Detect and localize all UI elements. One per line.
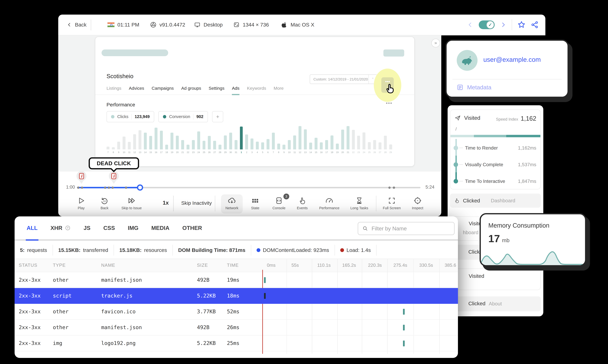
tool-state-button[interactable]: State: [251, 196, 259, 210]
favorite-star-icon[interactable]: [517, 21, 525, 29]
cell-type: other: [53, 324, 69, 330]
chart-label: 9: [283, 151, 285, 154]
network-row[interactable]: 2xx-3xxotherfavicon.ico3.77KB52ms: [14, 304, 458, 320]
timeline-section: 1:00 ii 5:24 1x Skip Inactivity Play10Ba…: [58, 171, 441, 217]
network-row[interactable]: 2xx-3xxothermanifest.json492B19ms: [14, 272, 458, 288]
tool-inspect-button[interactable]: Inspect: [412, 196, 423, 210]
network-row[interactable]: 2xx-3xxothermanifest.json492B26ms: [14, 320, 458, 336]
share-icon[interactable]: [531, 21, 539, 29]
tool-performance-button[interactable]: Performance: [319, 196, 339, 210]
network-tab-css[interactable]: CSS: [103, 216, 116, 239]
chart-bar: [240, 127, 243, 149]
column-header-time[interactable]: TIME: [227, 263, 239, 268]
chart-bar: [106, 147, 109, 149]
network-table-header: STATUSTYPENAMESIZETIME0ms55s110.1s165.2s…: [14, 259, 458, 272]
network-tab-other[interactable]: OTHER: [181, 216, 203, 239]
chart-bar: [283, 145, 285, 149]
waterfall-time-label: 165.2s: [342, 263, 356, 268]
chart-label: 8: [112, 151, 115, 154]
visited-url: /: [455, 126, 457, 132]
chart-label: 11: [293, 151, 296, 154]
network-stat: 15.15KB:transferred: [53, 245, 114, 256]
chart-bar: [219, 145, 221, 149]
browser-tab-settings[interactable]: Settings: [209, 86, 224, 95]
network-tab-xhr[interactable]: XHR?: [50, 216, 72, 239]
chart-bar: [144, 133, 147, 149]
visited-event-card[interactable]: Visited Speed Index 1,162 / Time to Rend…: [450, 109, 541, 189]
tool-network-button[interactable]: Network: [225, 196, 238, 210]
issue-marker[interactable]: i: [109, 171, 119, 186]
filter-field[interactable]: [358, 222, 455, 235]
player-window: Scotisheio ListingsAdvicesCampaignsAd gr…: [58, 14, 441, 217]
chart-bar: [181, 140, 184, 149]
collapse-panel-button[interactable]: »: [431, 39, 440, 47]
playhead-handle[interactable]: [137, 184, 143, 191]
event-row-clicked-about[interactable]: Clicked About: [450, 296, 541, 311]
section-menu-icon[interactable]: •••: [386, 100, 392, 106]
skip-inactivity-button[interactable]: Skip Inactivity: [181, 200, 212, 206]
metric-value: 123,949: [135, 114, 150, 119]
next-session-button[interactable]: [500, 22, 506, 28]
tool-full-screen-button[interactable]: Full Screen: [383, 196, 401, 210]
network-tab-all[interactable]: ALL: [26, 216, 39, 241]
add-metric-button[interactable]: +: [212, 111, 223, 122]
browser-tab-keywords[interactable]: Keywords: [247, 86, 266, 95]
control-back-button[interactable]: 10Back: [100, 196, 109, 210]
metadata-button[interactable]: Metadata: [457, 84, 492, 91]
control-skip-to-issue-button[interactable]: Skip to Issue: [121, 196, 142, 210]
timing-label: Time To Interactive: [465, 179, 505, 184]
browser-tab-advices[interactable]: Advices: [129, 86, 144, 95]
chart-bar: [336, 143, 339, 149]
user-email[interactable]: user@example.com: [483, 56, 541, 63]
tool-console-button[interactable]: 3Console: [272, 196, 285, 210]
browser-tab-listings[interactable]: Listings: [106, 86, 121, 95]
event-row-clicked[interactable]: Clicked Dashboard: [450, 194, 541, 208]
date-range-select[interactable]: Custom: 14/12/2019 - 21/01/2020 ˇ: [310, 74, 377, 84]
chart-bar: [203, 141, 206, 149]
chart-bar: [368, 142, 371, 149]
metric-chip-conversion[interactable]: Conversion 902: [158, 111, 208, 122]
cell-time: 52ms: [227, 308, 239, 314]
timeline-track[interactable]: ii: [77, 187, 420, 188]
skeleton-button: [383, 50, 404, 56]
tool-long-tasks-button[interactable]: Long Tasks: [350, 196, 368, 210]
network-tab-js[interactable]: JS: [83, 216, 91, 239]
tool-events-button[interactable]: Events: [297, 196, 308, 210]
control-play-button[interactable]: Play: [77, 196, 85, 210]
speed-button[interactable]: 1x: [163, 200, 169, 206]
back-button[interactable]: Back: [67, 14, 87, 35]
cell-size: 492B: [197, 277, 209, 283]
prev-session-button[interactable]: [467, 22, 473, 28]
column-header-size[interactable]: SIZE: [197, 263, 208, 268]
chart-bar: [341, 130, 344, 149]
chart-bar: [352, 130, 355, 149]
event-row-visited[interactable]: Visited: [450, 268, 541, 290]
waterfall-tick: [264, 293, 266, 299]
help-icon[interactable]: ?: [65, 225, 71, 231]
memory-value: 17: [488, 233, 500, 245]
cell-name: favicon.ico: [101, 308, 136, 314]
network-tab-img[interactable]: IMG: [127, 216, 139, 239]
browser-tab-more[interactable]: More: [274, 86, 284, 95]
autoplay-toggle[interactable]: ✓: [479, 20, 494, 29]
column-header-status[interactable]: STATUS: [19, 263, 37, 268]
filter-input[interactable]: [372, 225, 450, 232]
network-row[interactable]: 2xx-3xxscripttracker.js5.22KB18ms: [14, 288, 458, 304]
browser-tab-ad-groups[interactable]: Ad groups: [181, 86, 201, 95]
clicks-dot-icon: [111, 115, 114, 118]
chart-label: 10: [123, 151, 126, 154]
column-header-type[interactable]: TYPE: [53, 263, 66, 268]
cell-time: 26ms: [227, 324, 239, 330]
chart-bar: [347, 126, 349, 149]
metric-chip-clicks[interactable]: Clicks 123,949: [106, 111, 154, 122]
network-row[interactable]: 2xx-3xximglogo192.png5.22KB25ms: [14, 336, 458, 351]
hand-pointer-icon: [297, 196, 308, 205]
issue-marker[interactable]: i: [77, 171, 87, 186]
chrome-icon: [150, 21, 157, 28]
browser-tab-campaigns[interactable]: Campaigns: [152, 86, 174, 95]
cell-name: manifest.json: [101, 277, 142, 283]
network-tab-media[interactable]: MEDIA: [151, 216, 170, 239]
column-header-name[interactable]: NAME: [101, 263, 115, 268]
network-tab-label: JS: [84, 225, 91, 231]
browser-tab-ads[interactable]: Ads: [232, 86, 239, 95]
